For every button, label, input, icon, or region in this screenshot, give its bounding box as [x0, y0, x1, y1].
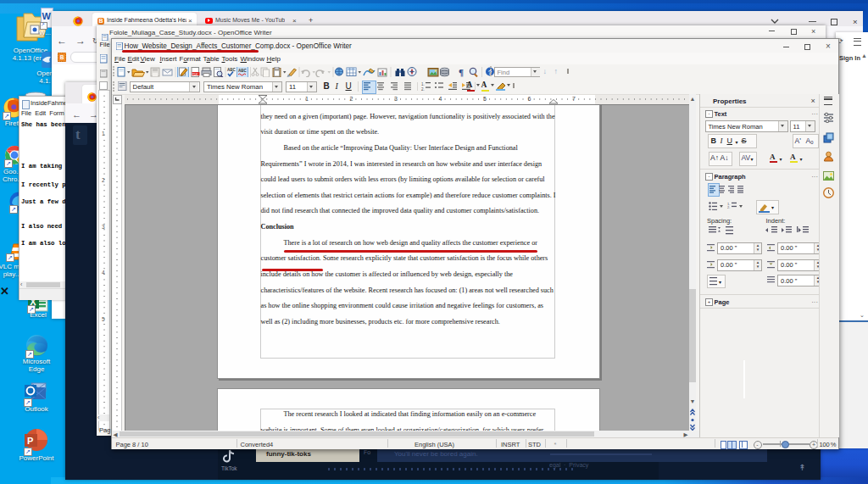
svg-text:¶: ¶	[459, 67, 464, 77]
svg-text:1.: 1.	[421, 82, 425, 86]
svg-text:PDF: PDF	[192, 72, 198, 75]
svg-text:2.: 2.	[421, 87, 425, 92]
svg-text:ABC: ABC	[227, 68, 236, 72]
svg-text:ABC: ABC	[238, 68, 247, 72]
svg-text:2.: 2.	[727, 205, 730, 209]
svg-text:P: P	[27, 436, 33, 446]
